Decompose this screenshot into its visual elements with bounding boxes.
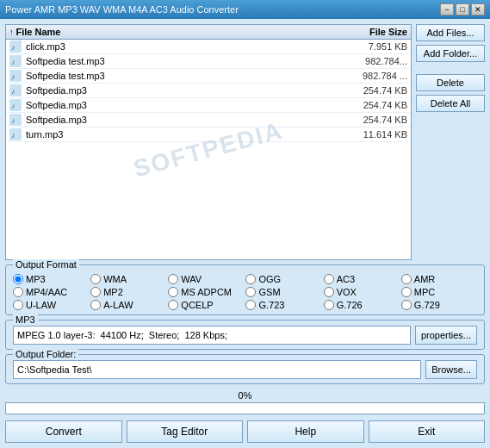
format-radio-grid: MP3WMAWAVOGGAC3AMRMP4/AACMP2MS ADPCMGSMV… [13,274,477,310]
file-table: ↑ File Name File Size ♪ click.mp3 7.951 … [5,24,412,260]
file-name: Softpedia.mp3 [26,85,330,96]
svg-text:♪: ♪ [11,43,16,52]
format-radio-ulaw[interactable]: U-LAW [13,300,89,310]
svg-text:♪: ♪ [11,116,16,125]
delete-all-button[interactable]: Delete All [416,95,485,112]
file-size: 7.951 KB [330,41,407,52]
convert-button[interactable]: Convert [5,420,122,443]
file-table-header: ↑ File Name File Size [6,25,411,40]
minimize-button[interactable]: − [440,3,454,16]
tag-editor-button[interactable]: Tag Editor [127,420,244,443]
app-title: Power AMR MP3 WAV WMA M4A AC3 Audio Conv… [5,4,239,15]
table-row[interactable]: ♪ Softpedia.mp3 254.74 KB [6,113,411,128]
exit-button[interactable]: Exit [369,420,486,443]
format-radio-wav[interactable]: WAV [168,274,244,284]
file-size: 982.784 ... [330,71,407,81]
file-name: Softpedia.mp3 [26,115,330,125]
format-radio-g729[interactable]: G.729 [401,300,477,310]
output-folder-group: Output Folder: Browse... [5,354,485,384]
maximize-button[interactable]: □ [456,3,469,16]
table-row[interactable]: ♪ Softpedia test.mp3 982.784 ... [6,69,411,84]
format-radio-vox[interactable]: VOX [324,287,400,297]
music-icon: ♪ [9,55,23,67]
file-name: Softpedia.mp3 [26,100,330,110]
format-radio-wma[interactable]: WMA [90,274,166,284]
title-bar: Power AMR MP3 WAV WMA M4A AC3 Audio Conv… [0,0,490,19]
codec-label: MP3 [13,314,38,325]
format-radio-ac3[interactable]: AC3 [324,274,400,284]
table-row[interactable]: ♪ Softpedia test.mp3 982.784... [6,54,411,69]
svg-text:♪: ♪ [11,102,16,110]
sort-arrow-icon: ↑ [9,28,14,36]
progress-area: 0% [5,389,485,416]
table-row[interactable]: ♪ Softpedia.mp3 254.74 KB [6,98,411,113]
file-size: 254.74 KB [330,100,407,110]
music-icon: ♪ [9,99,23,111]
format-radio-alaw[interactable]: A-LAW [90,300,166,310]
format-radio-mp4aac[interactable]: MP4/AAC [13,287,89,297]
add-folder-button[interactable]: Add Folder... [416,45,485,62]
music-icon: ♪ [9,114,23,126]
table-row[interactable]: ♪ Softpedia.mp3 254.74 KB [6,84,411,98]
column-header-name[interactable]: ↑ File Name [9,27,330,37]
svg-text:♪: ♪ [11,87,16,96]
format-radio-mp2[interactable]: MP2 [90,287,166,297]
format-radio-qcelp[interactable]: QCELP [168,300,244,310]
codec-input[interactable] [13,326,411,345]
codec-group: MP3 properties... [5,320,485,350]
file-name: Softpedia test.mp3 [26,71,330,81]
output-format-label: Output Format [13,259,79,270]
delete-button[interactable]: Delete [416,74,485,91]
file-name: turn.mp3 [26,129,330,140]
file-table-body[interactable]: ♪ click.mp3 7.951 KB ♪ Softpedia test.mp… [6,40,411,259]
bottom-button-panel: Convert Tag Editor Help Exit [5,420,485,443]
format-radio-mpc[interactable]: MPC [401,287,477,297]
output-folder-input[interactable] [13,360,421,379]
right-button-panel: Add Files... Add Folder... Delete Delete… [416,24,485,260]
column-header-size[interactable]: File Size [330,27,407,37]
file-size: 11.614 KB [330,129,407,140]
file-size: 254.74 KB [330,115,407,125]
progress-bar-container [5,402,485,414]
format-radio-ogg[interactable]: OGG [245,274,321,284]
output-format-group: Output Format MP3WMAWAVOGGAC3AMRMP4/AACM… [5,264,485,315]
close-button[interactable]: ✕ [471,3,485,16]
table-row[interactable]: ♪ click.mp3 7.951 KB [6,40,411,54]
format-radio-mp3[interactable]: MP3 [13,274,89,284]
music-icon: ♪ [9,84,23,96]
format-radio-gsm[interactable]: GSM [245,287,321,297]
file-size: 254.74 KB [330,85,407,96]
browse-button[interactable]: Browse... [425,360,477,379]
svg-text:♪: ♪ [11,131,16,140]
table-row[interactable]: ♪ turn.mp3 11.614 KB [6,128,411,142]
output-folder-label: Output Folder: [13,349,78,359]
music-icon: ♪ [9,128,23,140]
add-files-button[interactable]: Add Files... [416,24,485,41]
svg-text:♪: ♪ [11,72,16,81]
file-size: 982.784... [330,56,407,66]
file-name: click.mp3 [26,41,330,52]
format-radio-amr[interactable]: AMR [401,274,477,284]
music-icon: ♪ [9,40,23,53]
help-button[interactable]: Help [247,420,364,443]
music-icon: ♪ [9,70,23,82]
properties-button[interactable]: properties... [415,326,477,345]
format-radio-g723[interactable]: G.723 [245,300,321,310]
file-name: Softpedia test.mp3 [26,56,330,66]
format-radio-g726[interactable]: G.726 [324,300,400,310]
svg-text:♪: ♪ [11,58,16,66]
format-radio-msadpcm[interactable]: MS ADPCM [168,287,244,297]
progress-label: 0% [5,390,485,401]
